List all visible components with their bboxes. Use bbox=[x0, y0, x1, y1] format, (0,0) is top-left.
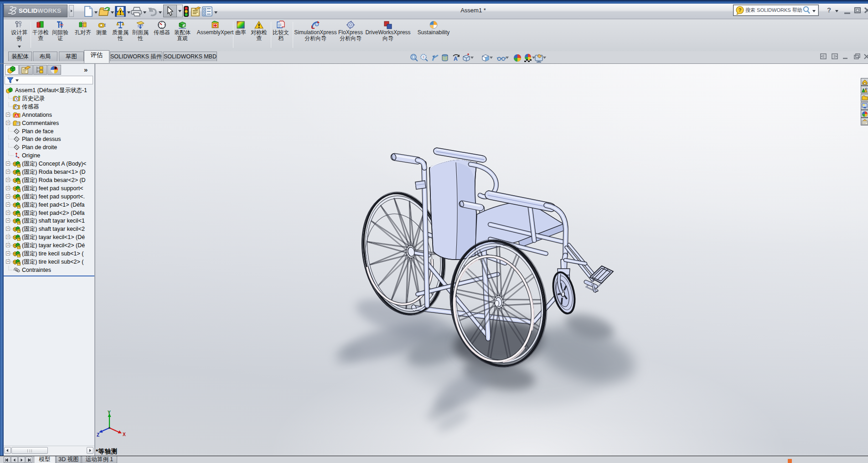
svg-text:A: A bbox=[15, 113, 18, 118]
svg-text:A: A bbox=[454, 56, 458, 62]
svg-text:!: ! bbox=[423, 55, 424, 59]
svg-text:Z: Z bbox=[97, 432, 99, 437]
svg-text:X: X bbox=[123, 432, 126, 437]
svg-text:Y: Y bbox=[108, 411, 111, 415]
svg-text:?: ? bbox=[739, 7, 742, 13]
